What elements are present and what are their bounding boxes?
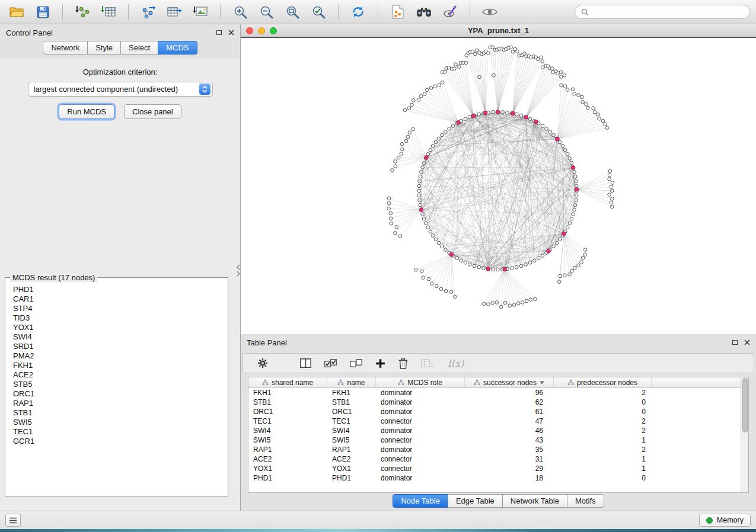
- zoom-in-button[interactable]: [229, 3, 251, 21]
- mcds-result-item[interactable]: SRD1: [13, 342, 228, 351]
- mcds-result-item[interactable]: YOX1: [13, 323, 228, 332]
- eye-button[interactable]: [479, 3, 500, 21]
- mcds-result-item[interactable]: FKH1: [13, 361, 228, 370]
- import-table-button[interactable]: [98, 3, 119, 21]
- mcds-result-item[interactable]: PMA2: [13, 351, 228, 361]
- criterion-dropdown[interactable]: largest connected component (undirected): [28, 82, 213, 97]
- table-row[interactable]: STB1STB1dominator620: [248, 398, 741, 407]
- save-button[interactable]: [32, 3, 53, 21]
- columns-button[interactable]: [300, 358, 311, 368]
- select-all-button[interactable]: [324, 358, 337, 368]
- control-panel-close-icon[interactable]: [228, 30, 234, 36]
- refresh-button[interactable]: [347, 3, 369, 21]
- network-graph[interactable]: [241, 38, 756, 334]
- style-brush-button[interactable]: [439, 3, 461, 21]
- mcds-result-item[interactable]: TID3: [13, 313, 228, 323]
- mcds-result-item[interactable]: RAP1: [13, 399, 228, 408]
- save-icon: [37, 6, 49, 18]
- export-web-button[interactable]: [387, 3, 409, 21]
- mcds-result-item[interactable]: PHD1: [13, 285, 228, 294]
- column-header-successor-nodes[interactable]: successor nodes: [465, 377, 554, 387]
- mcds-result-item[interactable]: STB5: [13, 380, 228, 389]
- splitter-handle[interactable]: [236, 264, 241, 280]
- tab-style[interactable]: Style: [87, 41, 121, 55]
- panel-menu-button[interactable]: [5, 514, 21, 527]
- export-image-button[interactable]: [190, 3, 211, 21]
- window-close-button[interactable]: [246, 27, 253, 34]
- tab-motifs[interactable]: Motifs: [567, 494, 604, 508]
- clear-selection-button[interactable]: [350, 358, 362, 368]
- find-button[interactable]: [413, 3, 435, 21]
- column-label: name: [347, 379, 365, 387]
- close-mcds-panel-button[interactable]: Close panel: [124, 104, 181, 119]
- settings-button[interactable]: [257, 358, 268, 368]
- table-row[interactable]: TEC1TEC1connector472: [248, 416, 741, 426]
- mcds-result-item[interactable]: CAR1: [13, 294, 228, 304]
- search-icon: [581, 8, 589, 16]
- mcds-buttons-row: Run MCDS Close panel: [59, 104, 181, 119]
- run-mcds-button[interactable]: Run MCDS: [59, 104, 114, 119]
- main-area: Control Panel NetworkStyleSelectMCDS Opt…: [0, 24, 756, 511]
- zoom-selected-button[interactable]: [308, 3, 329, 21]
- memory-button[interactable]: Memory: [699, 514, 751, 527]
- vertical-scrollbar[interactable]: [741, 377, 748, 492]
- table-row[interactable]: YOX1YOX1connector291: [248, 464, 741, 473]
- mcds-result-item[interactable]: STB1: [13, 408, 228, 418]
- tab-network[interactable]: Network: [43, 41, 88, 55]
- table-row[interactable]: RAP1RAP1dominator352: [248, 445, 741, 454]
- cell-predecessor-nodes: 2: [554, 427, 652, 435]
- network-window-titlebar[interactable]: YPA_prune.txt_1: [241, 24, 756, 37]
- function-builder-button[interactable]: f(x): [448, 358, 464, 369]
- window-minimize-button[interactable]: [258, 27, 265, 34]
- table-panel: Table Panel f(x) shared namenameMCDS rol…: [241, 334, 756, 511]
- window-zoom-button[interactable]: [270, 27, 277, 34]
- tab-edge-table[interactable]: Edge Table: [448, 494, 503, 508]
- zoom-out-button[interactable]: [256, 3, 277, 21]
- mcds-result-item[interactable]: TEC1: [13, 427, 228, 437]
- table-row[interactable]: ACE2ACE2connector311: [248, 454, 741, 464]
- mcds-result-box: MCDS result (17 nodes) PHD1CAR1STP4TID3Y…: [5, 277, 228, 496]
- search-input[interactable]: [592, 7, 744, 17]
- search-box[interactable]: [575, 5, 750, 19]
- tab-node-table[interactable]: Node Table: [393, 494, 448, 508]
- export-network-button[interactable]: [138, 3, 159, 21]
- control-panel-float-icon[interactable]: [216, 30, 222, 35]
- tab-mcds[interactable]: MCDS: [158, 41, 197, 55]
- tab-select[interactable]: Select: [120, 41, 158, 55]
- table-row[interactable]: ORC1ORC1dominator610: [248, 407, 741, 416]
- mcds-result-item[interactable]: GCR1: [13, 437, 228, 446]
- scrollbar-thumb[interactable]: [742, 378, 748, 432]
- zoom-fit-button[interactable]: [282, 3, 303, 21]
- mcds-result-item[interactable]: ACE2: [13, 370, 228, 380]
- delete-row-icon: [398, 358, 408, 369]
- add-row-button[interactable]: [375, 358, 385, 368]
- network-canvas[interactable]: [241, 37, 756, 334]
- tab-network-table[interactable]: Network Table: [502, 494, 567, 508]
- table-row[interactable]: SWI4SWI4dominator462: [248, 426, 741, 435]
- open-file-button[interactable]: [6, 3, 27, 21]
- table-panel-float-icon[interactable]: [732, 340, 738, 345]
- column-header-mcds-role[interactable]: MCDS role: [376, 377, 465, 387]
- export-table-button[interactable]: [164, 3, 185, 21]
- column-header-name[interactable]: name: [327, 377, 376, 387]
- cell-name: RAP1: [327, 446, 376, 454]
- table-panel-tabs: Node TableEdge TableNetwork TableMotifs: [241, 493, 756, 511]
- column-label: predecessor nodes: [577, 379, 637, 387]
- table-panel-close-icon[interactable]: [744, 339, 750, 345]
- mcds-result-item[interactable]: SWI5: [13, 418, 228, 427]
- table-row[interactable]: PHD1PHD1dominator180: [248, 473, 741, 483]
- delete-row-button[interactable]: [398, 358, 408, 369]
- mcds-result-item[interactable]: SWI4: [13, 332, 228, 342]
- column-header-predecessor-nodes[interactable]: predecessor nodes: [554, 377, 652, 387]
- mcds-result-list: PHD1CAR1STP4TID3YOX1SWI4SRD1PMA2FKH1ACE2…: [5, 278, 228, 496]
- zoom-selected-icon: [312, 5, 326, 19]
- mcds-result-item[interactable]: ORC1: [13, 389, 228, 399]
- cell-mcds-role: dominator: [376, 389, 465, 397]
- table-row[interactable]: SWI5SWI5connector431: [248, 435, 741, 445]
- table-row[interactable]: FKH1FKH1dominator962: [248, 388, 741, 398]
- right-area: YPA_prune.txt_1 Table Panel f(x): [241, 24, 756, 511]
- mcds-result-item[interactable]: STP4: [13, 304, 228, 313]
- column-header-shared-name[interactable]: shared name: [248, 377, 327, 387]
- import-network-button[interactable]: [72, 3, 93, 21]
- delete-disabled-button: [421, 358, 433, 368]
